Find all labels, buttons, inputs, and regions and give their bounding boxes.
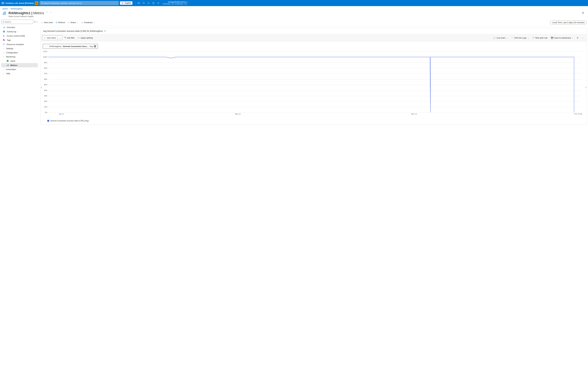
new-alert-button[interactable]: 🛡New alert rule bbox=[531, 36, 549, 40]
sidebar-item-activity-log[interactable]: Activity log bbox=[1, 29, 38, 34]
overview-icon bbox=[3, 26, 5, 28]
refresh-button[interactable]: ⟳Refresh bbox=[56, 21, 65, 24]
y-tick-label: 100% bbox=[43, 56, 47, 58]
notifications-icon[interactable] bbox=[142, 2, 145, 4]
chart-type-button[interactable]: 📈Line chart ⌄ bbox=[492, 36, 509, 40]
linechart-icon: 📈 bbox=[493, 37, 496, 39]
more-icon[interactable]: ⋯ bbox=[50, 11, 52, 13]
svg-rect-37 bbox=[7, 65, 8, 66]
favorite-icon[interactable]: ☆ bbox=[46, 11, 48, 13]
svg-point-27 bbox=[3, 35, 4, 36]
metrics-toolbar: ＋New chart ⟳Refresh ↗Share ⌄ ☺Feedback ⌄… bbox=[41, 20, 587, 26]
share-button[interactable]: ↗Share ⌄ bbox=[68, 21, 78, 24]
global-search-input[interactable] bbox=[43, 2, 117, 4]
account-info[interactable]: chrisqpublic@contoso.c... CONTOSO, LTD. … bbox=[163, 1, 189, 5]
sidebar: ⇅ « Overview Activity log Access control… bbox=[0, 20, 39, 128]
chart-prev-button[interactable]: ‹ bbox=[40, 84, 43, 90]
collapse-icon[interactable]: « bbox=[37, 21, 38, 23]
svg-rect-33 bbox=[7, 60, 9, 62]
preview-badge-icon[interactable] bbox=[35, 1, 38, 5]
save-icon: 💾 bbox=[551, 37, 553, 39]
y-tick-label: 90% bbox=[44, 62, 47, 63]
svg-point-29 bbox=[3, 40, 4, 40]
alert-icon: 🛡 bbox=[532, 37, 534, 39]
sidebar-label: Access control (IAM) bbox=[7, 35, 25, 37]
cloudshell-icon[interactable] bbox=[137, 2, 140, 4]
settings-icon[interactable] bbox=[147, 2, 150, 4]
chevron-right-icon: › bbox=[3, 47, 5, 50]
chevron-down-icon: ⌄ bbox=[572, 37, 573, 39]
sidebar-item-visualizer[interactable]: Resource visualizer bbox=[1, 42, 38, 47]
feedback-icon[interactable] bbox=[157, 2, 160, 4]
sidebar-item-iam[interactable]: Access control (IAM) bbox=[1, 34, 38, 38]
breadcrumb-current[interactable]: RANInsights1 bbox=[11, 8, 23, 10]
svg-line-5 bbox=[37, 3, 38, 4]
edit-icon[interactable]: ✎ bbox=[104, 30, 106, 32]
help-icon[interactable]: ? bbox=[152, 2, 155, 4]
sidebar-label: Resource visualizer bbox=[7, 43, 24, 46]
breadcrumb-home[interactable]: Home bbox=[2, 8, 8, 10]
copilot-label: Copilot bbox=[124, 2, 131, 4]
card-toolbar: ＋Add metric ⌄ ⧩Add filter ✂Apply splitti… bbox=[41, 34, 587, 41]
sidebar-item-configuration[interactable]: › Configuration bbox=[1, 51, 38, 55]
sidebar-label: Settings bbox=[6, 47, 13, 50]
sidebar-item-monitoring[interactable]: › Monitoring bbox=[1, 55, 38, 59]
svg-line-4 bbox=[36, 3, 36, 4]
search-icon bbox=[3, 21, 4, 23]
add-metric-dropdown[interactable]: ⌄ bbox=[58, 35, 62, 40]
x-tick-label: Sat 11 bbox=[59, 113, 64, 115]
chart-plot-area[interactable]: 0%10%20%30%40%50%60%70%80%90%100%110% bbox=[48, 51, 582, 112]
sidebar-item-overview[interactable]: Overview bbox=[1, 25, 38, 29]
log-icon bbox=[3, 30, 5, 33]
y-tick-label: 20% bbox=[44, 100, 47, 102]
sidebar-item-metrics[interactable]: Metrics bbox=[1, 63, 38, 67]
main: ＋New chart ⟳Refresh ↗Share ⌄ ☺Feedback ⌄… bbox=[39, 20, 588, 128]
feedback-button[interactable]: ☺Feedback ⌄ bbox=[81, 21, 95, 24]
sidebar-label: Configuration bbox=[6, 51, 18, 54]
gear-icon: ⚙ bbox=[577, 37, 578, 39]
brand-label[interactable]: Contoso, Ltd. Azure (Preview) bbox=[5, 2, 34, 4]
chart-next-button[interactable]: › bbox=[584, 84, 588, 90]
metrics-icon bbox=[6, 64, 9, 66]
chip-icon: 〔〕 bbox=[45, 45, 48, 48]
new-chart-button[interactable]: ＋New chart bbox=[41, 21, 53, 24]
metric-chip[interactable]: 〔〕 RANInsights1, Derived Connection Succ… bbox=[43, 44, 98, 49]
chart-legend: Derived Connection Success Rate (CSR) (A… bbox=[43, 116, 582, 123]
svg-rect-25 bbox=[3, 31, 5, 32]
add-filter-button[interactable]: ⧩Add filter bbox=[63, 36, 76, 40]
sidebar-search-input[interactable] bbox=[4, 21, 32, 23]
sidebar-item-settings[interactable]: › Settings bbox=[1, 47, 38, 51]
sidebar-label: Help bbox=[6, 72, 10, 75]
sidebar-search[interactable] bbox=[1, 20, 33, 24]
sidebar-item-help[interactable]: › Help bbox=[1, 71, 38, 76]
close-icon[interactable]: ✕ bbox=[582, 11, 584, 15]
chip-agg: Avg bbox=[89, 45, 93, 47]
sort-icon[interactable]: ⇅ bbox=[34, 21, 36, 23]
chart-wrap: ‹ › 0%10%20%30%40%50%60%70%80%90%100%110… bbox=[41, 50, 587, 125]
svg-point-6 bbox=[41, 2, 43, 3]
page-title: RANInsights1 | Metrics bbox=[9, 11, 44, 15]
sidebar-item-automation[interactable]: › Automation bbox=[1, 67, 38, 71]
svg-point-28 bbox=[4, 35, 5, 36]
topbar-icons: ? bbox=[135, 1, 160, 5]
card-settings-button[interactable]: ⚙ bbox=[576, 36, 580, 40]
visualizer-icon bbox=[3, 43, 5, 46]
sidebar-label: Monitoring bbox=[6, 56, 15, 58]
chevron-right-icon: › bbox=[3, 72, 5, 75]
save-dashboard-button[interactable]: 💾Save to dashboard⌄ bbox=[550, 36, 575, 40]
svg-point-30 bbox=[4, 43, 4, 44]
sidebar-item-alerts[interactable]: Alerts bbox=[1, 59, 38, 63]
copilot-button[interactable]: Copilot bbox=[120, 1, 132, 5]
y-tick-label: 0% bbox=[45, 111, 47, 113]
add-metric-button[interactable]: ＋Add metric bbox=[42, 35, 58, 40]
time-range-pill[interactable]: Local Time: Last 3 days (15 minutes) bbox=[550, 21, 587, 24]
card-more-button[interactable]: ⋯ bbox=[581, 36, 585, 40]
y-tick-label: 60% bbox=[44, 78, 47, 80]
global-search[interactable] bbox=[40, 1, 119, 5]
sidebar-item-tags[interactable]: Tags bbox=[1, 38, 38, 42]
chip-remove-icon[interactable]: ✕ bbox=[94, 45, 96, 47]
svg-line-3 bbox=[37, 2, 38, 3]
apply-splitting-button[interactable]: ✂Apply splitting bbox=[77, 36, 94, 40]
menu-icon[interactable] bbox=[1, 2, 4, 4]
drill-logs-button[interactable]: 📄Drill into Logs ⌄ bbox=[510, 36, 530, 40]
